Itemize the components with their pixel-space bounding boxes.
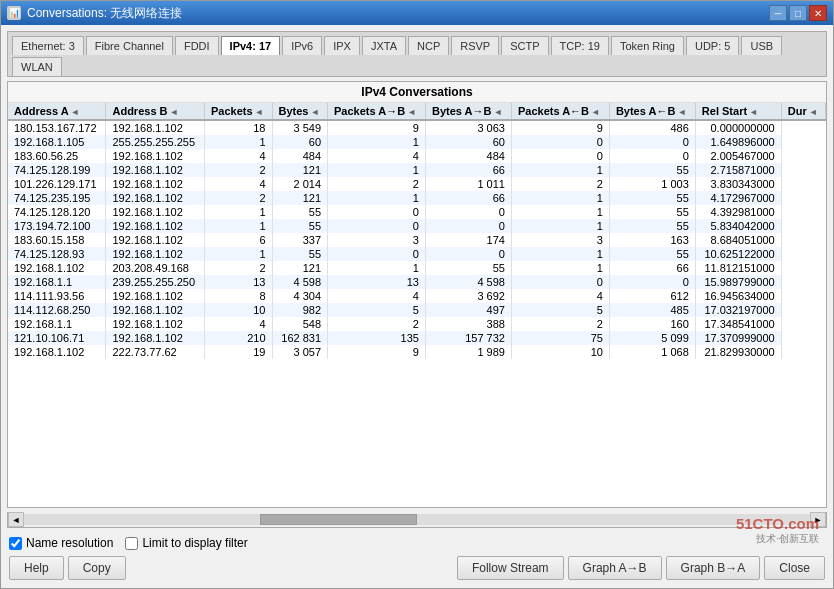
name-resolution-label[interactable]: Name resolution bbox=[9, 536, 113, 550]
cell-10-4: 1 bbox=[328, 261, 426, 275]
table-row[interactable]: 183.60.56.25192.168.1.10244844484002.005… bbox=[8, 149, 826, 163]
table-row[interactable]: 192.168.1.102203.208.49.168212115516611.… bbox=[8, 261, 826, 275]
cell-16-1: 222.73.77.62 bbox=[106, 345, 205, 359]
table-row[interactable]: 192.168.1.1239.255.255.250134 598134 598… bbox=[8, 275, 826, 289]
graph-ba-button[interactable]: Graph B→A bbox=[666, 556, 761, 580]
tab-tcp--19[interactable]: TCP: 19 bbox=[551, 36, 609, 55]
footer-buttons: Help Copy Follow Stream Graph A→B Graph … bbox=[7, 554, 827, 582]
col-header-packets[interactable]: Packets ◄ bbox=[204, 103, 272, 120]
tab-fddi[interactable]: FDDI bbox=[175, 36, 219, 55]
tab-rsvp[interactable]: RSVP bbox=[451, 36, 499, 55]
cell-8-7: 163 bbox=[609, 233, 695, 247]
help-button[interactable]: Help bbox=[9, 556, 64, 580]
tab-ethernet--3[interactable]: Ethernet: 3 bbox=[12, 36, 84, 55]
scrollbar-track[interactable] bbox=[24, 514, 810, 525]
table-row[interactable]: 173.194.72.100192.168.1.102155001555.834… bbox=[8, 219, 826, 233]
close-button[interactable]: ✕ bbox=[809, 5, 827, 21]
col-header-packets-a-b[interactable]: Packets A←B ◄ bbox=[511, 103, 609, 120]
scrollbar-thumb[interactable] bbox=[260, 514, 417, 525]
cell-7-3: 55 bbox=[272, 219, 328, 233]
table-row[interactable]: 74.125.128.120192.168.1.102155001554.392… bbox=[8, 205, 826, 219]
tab-ipv6[interactable]: IPv6 bbox=[282, 36, 322, 55]
main-window: 📊 Conversations: 无线网络连接 ─ □ ✕ Ethernet: … bbox=[0, 0, 834, 589]
table-row[interactable]: 74.125.128.199192.168.1.10221211661552.7… bbox=[8, 163, 826, 177]
cell-7-6: 1 bbox=[511, 219, 609, 233]
col-header-bytes-a-b[interactable]: Bytes A←B ◄ bbox=[609, 103, 695, 120]
cell-10-7: 66 bbox=[609, 261, 695, 275]
cell-1-0: 192.168.1.105 bbox=[8, 135, 106, 149]
tab-ncp[interactable]: NCP bbox=[408, 36, 449, 55]
cell-16-3: 3 057 bbox=[272, 345, 328, 359]
table-row[interactable]: 180.153.167.172192.168.1.102183 54993 06… bbox=[8, 120, 826, 135]
table-row[interactable]: 74.125.128.93192.168.1.1021550015510.625… bbox=[8, 247, 826, 261]
table-row[interactable]: 114.111.93.56192.168.1.10284 30443 69246… bbox=[8, 289, 826, 303]
col-header-dur[interactable]: Dur ◄ bbox=[781, 103, 825, 120]
minimize-button[interactable]: ─ bbox=[769, 5, 787, 21]
table-row[interactable]: 101.226.129.171192.168.1.10242 01421 011… bbox=[8, 177, 826, 191]
tab-jxta[interactable]: JXTA bbox=[362, 36, 406, 55]
col-header-address-b[interactable]: Address B ◄ bbox=[106, 103, 205, 120]
cell-0-5: 3 063 bbox=[425, 120, 511, 135]
cell-13-5: 497 bbox=[425, 303, 511, 317]
cell-1-4: 1 bbox=[328, 135, 426, 149]
table-row[interactable]: 192.168.1.102222.73.77.62193 05791 98910… bbox=[8, 345, 826, 359]
maximize-button[interactable]: □ bbox=[789, 5, 807, 21]
col-header-packets-a-b[interactable]: Packets A→B ◄ bbox=[328, 103, 426, 120]
table-row[interactable]: 183.60.15.158192.168.1.1026337317431638.… bbox=[8, 233, 826, 247]
cell-6-3: 55 bbox=[272, 205, 328, 219]
tab-usb[interactable]: USB bbox=[741, 36, 782, 55]
table-row[interactable]: 192.168.1.1192.168.1.10245482388216017.3… bbox=[8, 317, 826, 331]
cell-6-5: 0 bbox=[425, 205, 511, 219]
horizontal-scrollbar[interactable]: ◄ ► bbox=[7, 512, 827, 528]
tab-udp--5[interactable]: UDP: 5 bbox=[686, 36, 739, 55]
tab-fibre-channel[interactable]: Fibre Channel bbox=[86, 36, 173, 55]
col-header-address-a[interactable]: Address A ◄ bbox=[8, 103, 106, 120]
cell-15-7: 5 099 bbox=[609, 331, 695, 345]
cell-16-0: 192.168.1.102 bbox=[8, 345, 106, 359]
col-header-bytes[interactable]: Bytes ◄ bbox=[272, 103, 328, 120]
scroll-left-button[interactable]: ◄ bbox=[8, 512, 24, 527]
cell-5-2: 2 bbox=[204, 191, 272, 205]
limit-filter-label[interactable]: Limit to display filter bbox=[125, 536, 247, 550]
cell-7-1: 192.168.1.102 bbox=[106, 219, 205, 233]
cell-0-4: 9 bbox=[328, 120, 426, 135]
cell-1-7: 0 bbox=[609, 135, 695, 149]
cell-7-2: 1 bbox=[204, 219, 272, 233]
col-header-bytes-a-b[interactable]: Bytes A→B ◄ bbox=[425, 103, 511, 120]
footer-checkboxes: Name resolution Limit to display filter bbox=[7, 532, 827, 554]
tab-wlan[interactable]: WLAN bbox=[12, 57, 62, 76]
tab-sctp[interactable]: SCTP bbox=[501, 36, 548, 55]
cell-8-0: 183.60.15.158 bbox=[8, 233, 106, 247]
tab-ipx[interactable]: IPX bbox=[324, 36, 360, 55]
cell-1-2: 1 bbox=[204, 135, 272, 149]
scroll-right-button[interactable]: ► bbox=[810, 512, 826, 527]
cell-9-2: 1 bbox=[204, 247, 272, 261]
tab-token-ring[interactable]: Token Ring bbox=[611, 36, 684, 55]
cell-11-7: 0 bbox=[609, 275, 695, 289]
name-resolution-checkbox[interactable] bbox=[9, 537, 22, 550]
graph-ab-button[interactable]: Graph A→B bbox=[568, 556, 662, 580]
cell-13-2: 10 bbox=[204, 303, 272, 317]
limit-filter-checkbox[interactable] bbox=[125, 537, 138, 550]
table-body: 180.153.167.172192.168.1.102183 54993 06… bbox=[8, 120, 826, 359]
sort-arrow-8: ◄ bbox=[749, 107, 758, 117]
copy-button[interactable]: Copy bbox=[68, 556, 126, 580]
tab-ipv4--17[interactable]: IPv4: 17 bbox=[221, 36, 281, 55]
table-row[interactable]: 192.168.1.105255.255.255.255160160001.64… bbox=[8, 135, 826, 149]
table-row[interactable]: 74.125.235.195192.168.1.10221211661554.1… bbox=[8, 191, 826, 205]
cell-15-6: 75 bbox=[511, 331, 609, 345]
cell-1-5: 60 bbox=[425, 135, 511, 149]
cell-14-4: 2 bbox=[328, 317, 426, 331]
cell-1-8: 1.649896000 bbox=[695, 135, 781, 149]
left-buttons: Help Copy bbox=[9, 556, 126, 580]
cell-4-8: 3.830343000 bbox=[695, 177, 781, 191]
col-header-rel-start[interactable]: Rel Start ◄ bbox=[695, 103, 781, 120]
cell-2-1: 192.168.1.102 bbox=[106, 149, 205, 163]
table-scroll-area[interactable]: Address A ◄Address B ◄Packets ◄Bytes ◄Pa… bbox=[8, 103, 826, 507]
table-row[interactable]: 121.10.106.71192.168.1.102210162 8311351… bbox=[8, 331, 826, 345]
table-row[interactable]: 114.112.68.250192.168.1.1021098254975485… bbox=[8, 303, 826, 317]
window-controls: ─ □ ✕ bbox=[769, 5, 827, 21]
close-dialog-button[interactable]: Close bbox=[764, 556, 825, 580]
cell-15-2: 210 bbox=[204, 331, 272, 345]
follow-stream-button[interactable]: Follow Stream bbox=[457, 556, 564, 580]
